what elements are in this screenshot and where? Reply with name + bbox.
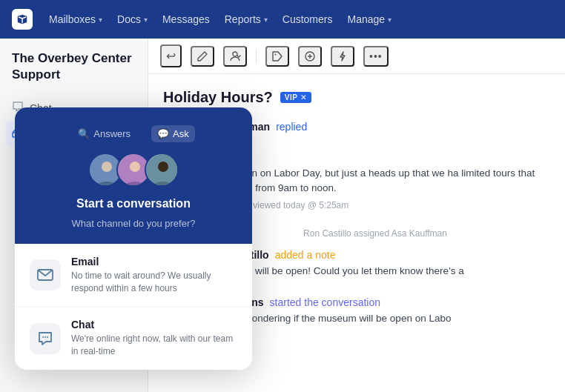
assign-button[interactable]	[223, 46, 247, 67]
nav-reports[interactable]: Reports ▾	[217, 9, 275, 30]
search-icon: 🔍	[78, 128, 90, 139]
tag-button[interactable]	[298, 46, 322, 67]
action-label: added a note	[275, 249, 336, 261]
widget-cta-title: Start a conversation	[76, 197, 191, 210]
system-message: Ron Castillo assigned Asa Kauffman	[200, 224, 550, 249]
chat-icon: 💬	[157, 128, 169, 139]
message-content-note: Ron Castillo added a note @asa We will b…	[208, 249, 550, 283]
widget-cta-sub: What channel do you prefer?	[72, 218, 196, 229]
svg-point-21	[44, 336, 46, 338]
vip-badge: VIP ✕	[280, 92, 311, 103]
chevron-down-icon: ▾	[99, 16, 102, 24]
nav-customers[interactable]: Customers	[275, 9, 340, 30]
label-button[interactable]	[265, 46, 289, 67]
nav-docs[interactable]: Docs ▾	[110, 9, 155, 30]
sidebar-title: The Overbey Center Support	[0, 50, 148, 95]
channel-chat[interactable]: Chat We're online right now, talk with o…	[15, 307, 252, 370]
message-content-started: Ned Hopkins started the conversation Hi!…	[200, 296, 550, 330]
message-text: Hey Ned! We are open on Labor Day, but j…	[200, 136, 550, 196]
widget-avatars	[88, 153, 179, 187]
widget-card: 🔍 Answers 💬 Ask	[15, 107, 252, 370]
widget-nav: 🔍 Answers 💬 Ask	[30, 125, 237, 142]
message-meta: 👁 Customer viewed today @ 5:25am	[200, 200, 550, 210]
message-header: Ron Castillo added a note	[208, 249, 550, 261]
message-header: Ned Hopkins started the conversation	[200, 296, 550, 308]
nav-mailboxes[interactable]: Mailboxes ▾	[42, 9, 110, 30]
channel-name: Email	[71, 256, 237, 268]
message-header: Asa Kauffman replied	[200, 121, 550, 133]
logo[interactable]	[12, 9, 33, 30]
remove-vip-button[interactable]: ✕	[300, 93, 307, 102]
nav-messages[interactable]: Messages	[155, 9, 217, 30]
widget-nav-answers[interactable]: 🔍 Answers	[72, 125, 136, 142]
channel-desc: We're online right now, talk with our te…	[71, 333, 237, 358]
chat-channel-icon	[30, 323, 61, 354]
toolbar-divider	[256, 49, 257, 64]
message-text: Hi! – Just wondering if the museum will …	[200, 311, 550, 326]
chevron-down-icon: ▾	[264, 16, 268, 24]
widget-header: 🔍 Answers 💬 Ask	[15, 107, 252, 244]
more-button[interactable]: •••	[363, 46, 389, 67]
channel-name: Chat	[71, 319, 237, 330]
svg-point-18	[158, 162, 168, 172]
svg-point-20	[42, 336, 44, 338]
content-toolbar: ↩	[148, 39, 565, 74]
svg-point-16	[130, 162, 140, 172]
back-button[interactable]: ↩	[160, 44, 182, 67]
conversation-title-row: Holiday Hours? VIP ✕	[163, 89, 550, 106]
channel-chat-text: Chat We're online right now, talk with o…	[71, 319, 237, 358]
channel-desc: No time to wait around? We usually respo…	[71, 270, 237, 295]
svg-point-22	[47, 336, 48, 338]
message-content: Asa Kauffman replied Hey Ned! We are ope…	[200, 121, 550, 210]
top-nav: Mailboxes ▾ Docs ▾ Messages Reports ▾ Cu…	[0, 0, 565, 39]
channel-email[interactable]: Email No time to wait around? We usually…	[15, 244, 252, 308]
svg-point-14	[102, 162, 112, 172]
widget-channels: Email No time to wait around? We usually…	[15, 244, 252, 370]
chevron-down-icon: ▾	[144, 16, 148, 24]
svg-point-2	[275, 53, 277, 55]
nav-manage[interactable]: Manage ▾	[340, 9, 399, 30]
action-label: started the conversation	[270, 296, 380, 308]
svg-point-1	[233, 52, 237, 56]
channel-email-text: Email No time to wait around? We usually…	[71, 256, 237, 295]
widget-avatar-3	[145, 153, 179, 187]
message-text: @asa We will be open! Could you let them…	[208, 264, 550, 279]
conversation-title: Holiday Hours?	[163, 89, 273, 106]
widget-nav-ask[interactable]: 💬 Ask	[151, 125, 195, 142]
edit-button[interactable]	[191, 46, 214, 67]
chevron-down-icon: ▾	[388, 16, 391, 24]
action-button[interactable]	[331, 46, 354, 67]
action-label: replied	[276, 121, 307, 133]
widget-wrapper: 🔍 Answers 💬 Ask	[15, 107, 252, 370]
email-channel-icon	[30, 259, 61, 290]
